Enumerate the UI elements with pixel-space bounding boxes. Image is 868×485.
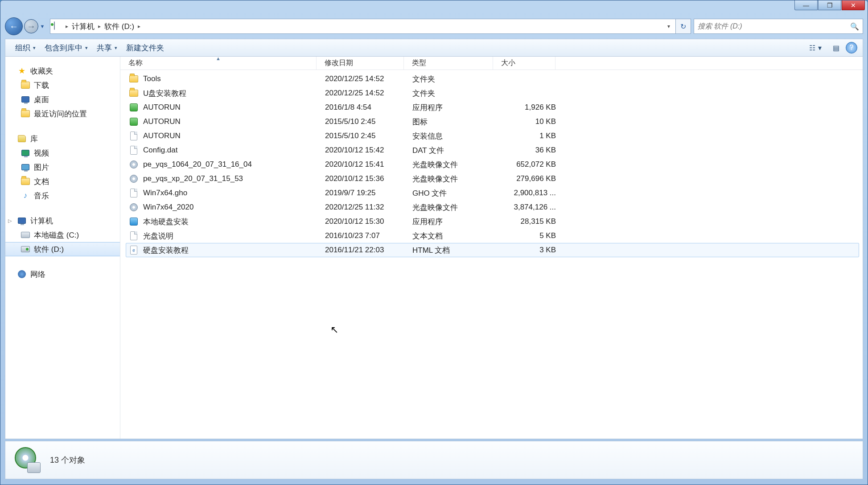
drive-icon (54, 22, 63, 31)
tree-favorites-head[interactable]: ★ 收藏夹 (5, 64, 120, 78)
explorer-window: — ❐ ✕ ← → ▼ ▸ 计算机 ▸ 软件 (D:) ▸ ▾ ↻ 🔍 组织 ▾… (0, 0, 868, 485)
address-dropdown[interactable]: ▾ (664, 23, 674, 29)
address-bar[interactable]: ▸ 计算机 ▸ 软件 (D:) ▸ ▾ (50, 19, 676, 34)
file-row[interactable]: 本地硬盘安装2020/10/12 15:30应用程序28,315 KB (126, 214, 859, 229)
file-name: 光盘说明 (143, 231, 173, 241)
drive-icon (21, 230, 30, 240)
file-name: AUTORUN (143, 117, 181, 126)
column-header-size[interactable]: 大小 (493, 57, 555, 70)
file-row[interactable]: Win7x64_20202020/12/25 11:32光盘映像文件3,874,… (126, 200, 859, 214)
file-name: 硬盘安装教程 (143, 245, 189, 255)
include-in-library-menu[interactable]: 包含到库中 ▾ (40, 41, 92, 55)
details-summary: 13 个对象 (50, 455, 85, 465)
preview-pane-button[interactable]: ▤ (829, 41, 843, 54)
file-row[interactable]: AUTORUN2016/1/8 4:54应用程序1,926 KB (126, 100, 859, 115)
star-icon: ★ (17, 66, 27, 76)
back-button[interactable]: ← (5, 17, 23, 35)
tree-item-drive-d[interactable]: 软件 (D:) (5, 242, 120, 256)
file-row[interactable]: Win7x64.gho2019/9/7 19:25GHO 文件2,900,813… (126, 186, 859, 200)
organize-menu[interactable]: 组织 ▾ (11, 41, 40, 55)
navigation-pane: ★ 收藏夹 下载 桌面 最近访问的位置 (5, 57, 120, 439)
file-name: Config.dat (143, 146, 178, 155)
help-button[interactable]: ? (846, 42, 857, 53)
video-icon (21, 148, 30, 158)
tree-item-pictures[interactable]: 图片 (5, 160, 120, 174)
share-menu[interactable]: 共享 ▾ (92, 41, 122, 55)
share-label: 共享 (97, 43, 112, 53)
details-pane: 13 个对象 (5, 441, 863, 479)
history-dropdown[interactable]: ▼ (38, 19, 46, 33)
column-header-name[interactable]: ▲ 名称 (120, 57, 317, 70)
library-icon (17, 134, 27, 144)
file-icon (129, 117, 139, 127)
file-icon (129, 74, 139, 84)
file-name: Win7x64.gho (143, 189, 187, 197)
file-row[interactable]: AUTORUN2015/5/10 2:45安装信息1 KB (126, 129, 859, 143)
tree-label: 软件 (D:) (34, 244, 64, 255)
file-icon (129, 103, 139, 112)
nav-row: ← → ▼ ▸ 计算机 ▸ 软件 (D:) ▸ ▾ ↻ 🔍 (5, 16, 863, 36)
minimize-button[interactable]: — (794, 0, 818, 10)
tree-item-music[interactable]: ♪ 音乐 (5, 189, 120, 203)
tree-computer: ▷ 计算机 本地磁盘 (C:) 软件 (D:) (5, 214, 120, 256)
file-row[interactable]: Tools2020/12/25 14:52文件夹 (126, 72, 859, 86)
file-icon: e (129, 245, 139, 255)
column-headers: ▲ 名称 修改日期 类型 大小 (120, 57, 863, 70)
search-box[interactable]: 🔍 (694, 19, 863, 34)
column-header-type[interactable]: 类型 (404, 57, 493, 70)
file-date: 2020/12/25 14:52 (322, 89, 410, 98)
file-row[interactable]: 光盘说明2016/10/23 7:07文本文档5 KB (126, 229, 859, 243)
refresh-button[interactable]: ↻ (676, 19, 691, 34)
new-folder-button[interactable]: 新建文件夹 (122, 41, 169, 55)
file-type: 光盘映像文件 (410, 174, 499, 184)
details-icon (13, 446, 42, 474)
tree-item-drive-c[interactable]: 本地磁盘 (C:) (5, 228, 120, 242)
file-row[interactable]: pe_yqs_xp_20_07_31_15_532020/10/12 15:36… (126, 172, 859, 186)
tree-item-videos[interactable]: 视频 (5, 146, 120, 160)
file-row[interactable]: Config.dat2020/10/12 15:42DAT 文件36 KB (126, 143, 859, 157)
column-label: 名称 (128, 58, 143, 68)
file-icon (129, 217, 139, 226)
search-input[interactable] (698, 22, 850, 30)
view-icon: ☷ (809, 44, 815, 52)
column-header-date[interactable]: 修改日期 (317, 57, 404, 70)
tree-label: 桌面 (34, 95, 49, 105)
maximize-button[interactable]: ❐ (818, 0, 841, 10)
view-mode-button[interactable]: ☷ ▾ (805, 41, 826, 54)
tree-label: 计算机 (30, 216, 53, 226)
expand-icon[interactable]: ▷ (8, 218, 12, 224)
tree-item-documents[interactable]: 文档 (5, 174, 120, 189)
chevron-down-icon: ▾ (85, 45, 88, 51)
tree-label: 下载 (34, 80, 49, 90)
file-date: 2020/10/12 15:30 (322, 217, 410, 226)
breadcrumb-drive-d[interactable]: 软件 (D:) (102, 19, 137, 33)
tree-libraries-head[interactable]: 库 (5, 132, 120, 146)
tree-item-downloads[interactable]: 下载 (5, 78, 120, 92)
chevron-down-icon: ▾ (818, 44, 822, 52)
tree-label: 收藏夹 (30, 66, 53, 76)
file-type: 文件夹 (410, 74, 499, 84)
tree-item-desktop[interactable]: 桌面 (5, 92, 120, 107)
file-size: 1 KB (499, 132, 561, 140)
file-row[interactable]: pe_yqs_1064_20_07_31_16_042020/10/12 15:… (126, 157, 859, 172)
tree-label: 图片 (34, 162, 49, 173)
include-label: 包含到库中 (45, 43, 82, 53)
file-date: 2016/1/8 4:54 (322, 103, 410, 112)
breadcrumb-sep-icon: ▸ (137, 23, 141, 29)
tree-item-recent[interactable]: 最近访问的位置 (5, 107, 120, 121)
file-row[interactable]: e硬盘安装教程2016/11/21 22:03HTML 文档3 KB (126, 243, 859, 257)
forward-button[interactable]: → (24, 19, 38, 33)
file-icon (129, 145, 139, 155)
file-type: HTML 文档 (410, 245, 499, 255)
file-type: 文本文档 (410, 231, 499, 241)
file-row[interactable]: AUTORUN2015/5/10 2:45图标10 KB (126, 115, 859, 129)
file-type: DAT 文件 (410, 145, 499, 156)
tree-network-head[interactable]: 网络 (5, 267, 120, 281)
close-button[interactable]: ✕ (842, 0, 865, 10)
file-date: 2020/12/25 14:52 (322, 74, 410, 83)
tree-computer-head[interactable]: ▷ 计算机 (5, 214, 120, 228)
file-date: 2020/10/12 15:41 (322, 160, 410, 169)
breadcrumb-computer[interactable]: 计算机 (69, 19, 97, 33)
file-row[interactable]: U盘安装教程2020/12/25 14:52文件夹 (126, 86, 859, 100)
file-size: 652,072 KB (499, 160, 561, 169)
